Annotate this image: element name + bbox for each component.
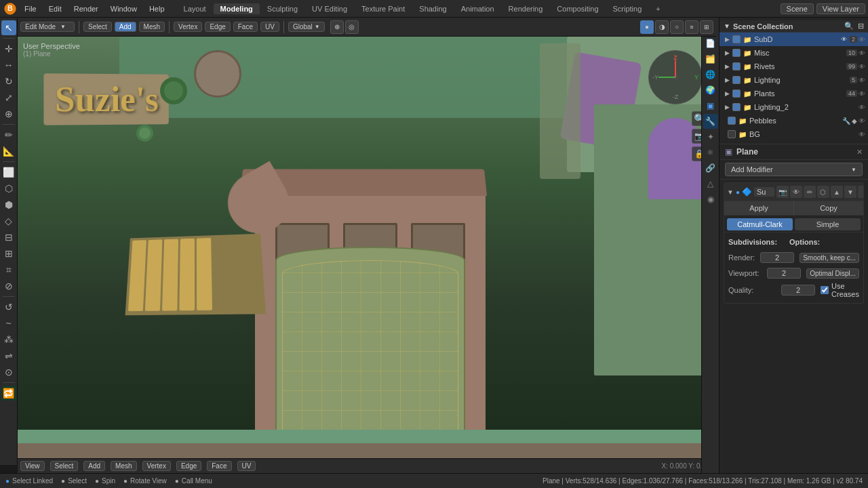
knife-tool[interactable]: ⌗ (1, 262, 16, 277)
apply-button[interactable]: Apply (724, 201, 794, 215)
edge-btn[interactable]: Edge (205, 22, 230, 32)
tab-compositing[interactable]: Compositing (550, 3, 605, 14)
tab-texture-paint[interactable]: Texture Paint (355, 3, 412, 14)
mesh-menu[interactable]: Mesh (111, 461, 136, 471)
search-icon[interactable]: 🔍 (844, 22, 854, 30)
collection-item-lighting[interactable]: ▶ 📁 Lighting 5 👁 (719, 73, 868, 87)
particles-props-icon[interactable]: ✦ (703, 129, 718, 144)
mesh-btn[interactable]: Mesh (139, 22, 165, 32)
constraints-props-icon[interactable]: 🔗 (703, 161, 718, 176)
status-select-linked[interactable]: ● Select Linked (5, 477, 53, 485)
add-cube-tool[interactable]: ⬜ (1, 165, 16, 180)
collection-check-bg[interactable] (728, 130, 736, 138)
material-props-icon[interactable]: ◉ (703, 192, 718, 207)
add-menu[interactable]: Add (83, 461, 105, 471)
tab-animation[interactable]: Animation (454, 3, 501, 14)
navigation-gizmo[interactable]: Z -Z -Y Y (648, 50, 703, 104)
offset-cut-tool[interactable]: ⊞ (1, 246, 16, 261)
edge-menu[interactable]: Edge (176, 461, 201, 471)
blender-logo[interactable]: B (3, 1, 18, 16)
add-modifier-button[interactable]: Add Modifier ▼ (725, 163, 863, 176)
collection-item-misc[interactable]: ▶ 📁 Misc 10 👁 (719, 46, 868, 60)
catmull-clark-btn[interactable]: Catmull-Clark (727, 218, 793, 230)
simple-btn[interactable]: Simple (795, 218, 861, 230)
inset-tool[interactable]: ⬢ (1, 197, 16, 212)
mode-select[interactable]: Edit Mode ▼ (20, 22, 75, 32)
menu-edit[interactable]: Edit (43, 3, 67, 14)
collection-item-pebbles[interactable]: 📁 Pebbles 🔧 ◆ 👁 (719, 114, 868, 127)
transform-select[interactable]: Global ▼ (288, 22, 325, 32)
collection-eye-bg[interactable]: 👁 (859, 131, 865, 138)
scene-props-icon[interactable]: 🌐 (703, 67, 718, 82)
rip-tool[interactable]: 🔁 (1, 386, 16, 401)
measure-tool[interactable]: 📐 (1, 144, 16, 159)
transform-tool[interactable]: ⊕ (1, 106, 16, 121)
modifier-menu-btn[interactable]: ⋮ (858, 186, 864, 198)
collection-check-lighting[interactable] (732, 76, 741, 84)
menu-render[interactable]: Render (68, 3, 104, 14)
collection-eye-pebbles[interactable]: 👁 (859, 117, 865, 125)
modifier-edit-btn[interactable]: ✏ (804, 186, 816, 198)
close-properties-btn[interactable]: ✕ (856, 148, 863, 157)
status-spin[interactable]: ● Spin (95, 477, 115, 485)
collection-check-pebbles[interactable] (728, 117, 736, 125)
uv-menu[interactable]: UV (237, 461, 256, 471)
data-props-icon[interactable]: △ (703, 176, 718, 191)
collection-check-plants[interactable] (732, 89, 741, 98)
edge-slide-tool[interactable]: ⇌ (1, 348, 16, 363)
optimal-dropdown[interactable]: Optimal Displ... (806, 268, 859, 279)
uv-btn[interactable]: UV (260, 22, 279, 32)
collection-item-subd[interactable]: ▶ 📁 SubD 👁 2 👁 (719, 33, 868, 46)
object-props-icon[interactable]: ▣ (703, 98, 718, 113)
modifier-collapse-icon[interactable]: ▼ (727, 188, 734, 196)
view-layer-selector[interactable]: View Layer (816, 3, 865, 14)
loop-cut-tool[interactable]: ⊟ (1, 230, 16, 245)
collection-eye-rivets[interactable]: 👁 (859, 63, 865, 70)
collection-item-lighting2[interactable]: ▶ 📁 Lighting_2 👁 (719, 100, 868, 114)
collection-visibility-subd[interactable]: 👁 (841, 36, 847, 43)
collection-item-rivets[interactable]: ▶ 📁 Rivets 99 👁 (719, 60, 868, 73)
realtime-toggle[interactable]: ● (736, 188, 740, 196)
viewport-overlay[interactable]: ≡ (685, 20, 698, 34)
tab-layout[interactable]: Layout (177, 3, 213, 14)
annotate-tool[interactable]: ✏ (1, 127, 16, 142)
randomize-tool[interactable]: ⁂ (1, 332, 16, 347)
view-layer-props-icon[interactable]: 🗂️ (703, 52, 718, 66)
collection-check-subd[interactable] (732, 35, 741, 43)
bisect-tool[interactable]: ⊘ (1, 279, 16, 293)
face-menu[interactable]: Face (207, 461, 231, 471)
collection-eye-plants[interactable]: 👁 (859, 90, 865, 98)
status-call-menu[interactable]: ● Call Menu (175, 477, 212, 485)
spin-tool[interactable]: ↺ (1, 300, 16, 314)
world-props-icon[interactable]: 🌍 (703, 83, 718, 98)
tab-rendering[interactable]: Rendering (502, 3, 550, 14)
rotate-tool[interactable]: ↻ (1, 74, 16, 89)
scene-selector[interactable]: Scene (781, 3, 814, 14)
collection-check-rivets[interactable] (732, 62, 741, 70)
render-input[interactable] (760, 252, 794, 263)
face-btn[interactable]: Face (233, 22, 258, 32)
tab-uv-editing[interactable]: UV Editing (305, 3, 354, 14)
viewport-input[interactable] (767, 268, 801, 279)
collection-eye-misc[interactable]: 👁 (859, 49, 865, 57)
menu-window[interactable]: Window (105, 3, 142, 14)
modifier-up-btn[interactable]: ▲ (831, 186, 843, 198)
scale-tool[interactable]: ⤢ (1, 90, 16, 105)
smooth-tool[interactable]: ~ (1, 316, 16, 331)
output-props-icon[interactable]: 📄 (703, 36, 718, 51)
move-tool[interactable]: ↔ (1, 58, 16, 73)
menu-help[interactable]: Help (144, 3, 170, 14)
viewport-shading-solid[interactable]: ● (640, 20, 654, 34)
tab-shading[interactable]: Shading (412, 3, 453, 14)
extrude-tool[interactable]: ⬡ (1, 181, 16, 196)
tab-sculpting[interactable]: Sculpting (260, 3, 304, 14)
bevel-tool[interactable]: ◇ (1, 214, 16, 228)
modifier-camera-btn[interactable]: 📷 (776, 186, 789, 198)
viewport-3d[interactable]: Suzie's (18, 37, 716, 470)
vertex-btn[interactable]: Vertex (174, 22, 202, 32)
add-btn[interactable]: Add (115, 22, 136, 32)
shrink-tool[interactable]: ⊙ (1, 365, 16, 380)
use-creases-checkbox[interactable] (821, 286, 829, 294)
status-rotate[interactable]: ● Rotate View (123, 477, 167, 485)
collection-eye-lighting[interactable]: 👁 (859, 77, 865, 84)
